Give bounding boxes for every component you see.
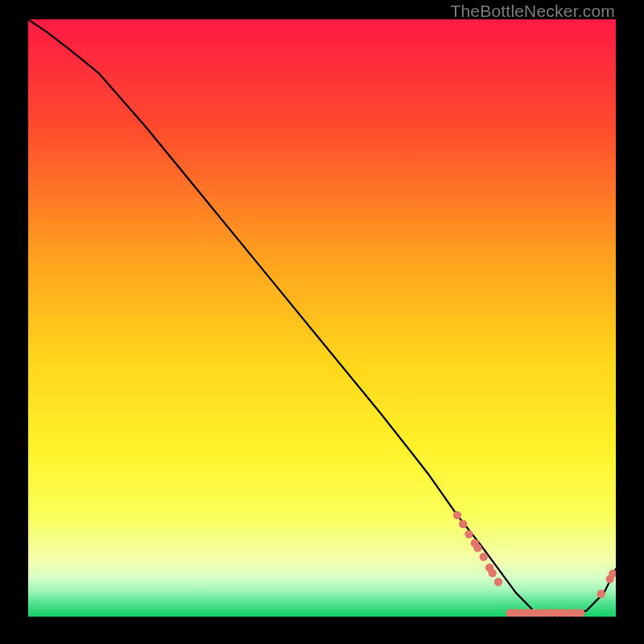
data-point: [494, 578, 502, 586]
watermark-text: TheBottleNecker.com: [450, 2, 615, 21]
data-point: [459, 520, 467, 528]
curve-path: [28, 19, 616, 617]
data-point: [453, 511, 461, 519]
data-point: [480, 553, 488, 561]
chart-svg: [28, 19, 616, 617]
bottleneck-curve: [28, 19, 616, 617]
data-point: [473, 543, 481, 551]
chart-stage: TheBottleNecker.com: [0, 0, 644, 644]
data-point: [464, 530, 473, 538]
data-markers: [453, 511, 616, 617]
data-point: [489, 569, 497, 577]
data-point: [576, 609, 584, 617]
plot-area: [28, 19, 616, 617]
data-point: [597, 590, 605, 598]
